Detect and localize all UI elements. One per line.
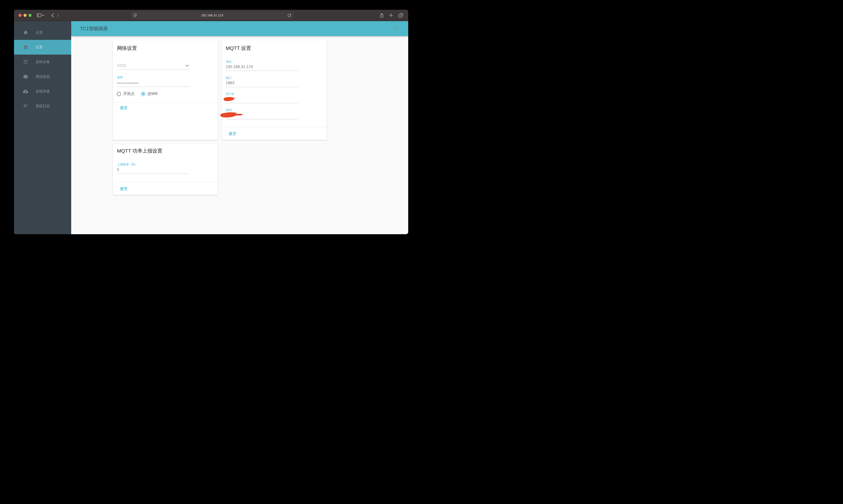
ssid-select[interactable] bbox=[117, 64, 190, 70]
mqtt-power-report-card: MQTT 功率上报设置 上报频率（秒） 提交 bbox=[113, 144, 218, 195]
card-title: 网络设置 bbox=[117, 45, 137, 52]
sidebar-item-home[interactable]: 主页 bbox=[14, 25, 71, 40]
wifi-mode-radio-group: 开热点 连Wifi bbox=[117, 91, 158, 96]
sidebar-menu-chevron-icon[interactable] bbox=[42, 15, 44, 16]
card-title: MQTT 设置 bbox=[226, 45, 251, 52]
sidebar-item-label: 系统日志 bbox=[36, 104, 50, 108]
mqtt-settings-card: MQTT 设置 地址 端口 用户名 密码 bbox=[222, 40, 327, 140]
browser-window: 192.168.31.123 bbox=[14, 10, 408, 234]
url-text: 192.168.31.123 bbox=[137, 14, 287, 17]
toolbar-right-icons bbox=[380, 10, 403, 21]
browser-toolbar: 192.168.31.123 bbox=[14, 10, 408, 21]
reload-icon[interactable] bbox=[287, 14, 291, 17]
radio-connect-wifi[interactable]: 连Wifi bbox=[141, 91, 158, 96]
toolbar-nav-group bbox=[37, 13, 59, 18]
chevron-down-icon[interactable] bbox=[185, 65, 189, 67]
tab-overview-icon[interactable] bbox=[398, 13, 403, 18]
traffic-lights bbox=[14, 14, 32, 17]
mqtt-username-input[interactable] bbox=[226, 97, 298, 103]
report-rate-input[interactable] bbox=[117, 167, 190, 174]
radio-circle-icon bbox=[141, 92, 145, 96]
new-tab-icon[interactable] bbox=[389, 13, 393, 17]
mqtt-port-input[interactable] bbox=[226, 81, 298, 87]
address-bar[interactable]: 192.168.31.123 bbox=[131, 12, 293, 19]
zoom-window-button[interactable] bbox=[29, 14, 32, 17]
log-lines-icon bbox=[23, 104, 28, 109]
power-submit-button[interactable]: 提交 bbox=[119, 186, 129, 192]
home-icon bbox=[23, 30, 28, 35]
sidebar-item-label: 在线升级 bbox=[36, 89, 50, 94]
sidebar-item-settings[interactable]: 设置 bbox=[14, 40, 71, 55]
minimize-window-button[interactable] bbox=[23, 14, 26, 17]
mqtt-username-field: 用户名 bbox=[226, 92, 298, 103]
sidebar-item-system-logs[interactable]: 系统日志 bbox=[14, 99, 71, 113]
sidebar-toggle-icon[interactable] bbox=[37, 13, 41, 17]
sidebar-item-label: 定时任务 bbox=[36, 60, 50, 64]
sidebar-item-online-upgrade[interactable]: 在线升级 bbox=[14, 84, 71, 99]
toolbar-separator bbox=[46, 13, 47, 18]
info-icon bbox=[23, 74, 28, 79]
network-submit-button[interactable]: 提交 bbox=[119, 105, 129, 111]
wifi-password-field: 密码 bbox=[117, 76, 190, 87]
page-settings-icon[interactable] bbox=[133, 13, 137, 17]
sidebar-item-timers[interactable]: 定时任务 bbox=[14, 55, 71, 69]
sidebar: 主页 设置 定时任务 bbox=[14, 21, 71, 234]
report-rate-field: 上报频率（秒） bbox=[117, 163, 190, 174]
wifi-password-input[interactable] bbox=[117, 80, 190, 87]
settings-gear-icon bbox=[23, 44, 28, 50]
alarm-clock-icon bbox=[23, 59, 28, 65]
translate-language-icon[interactable]: 文 A bbox=[392, 25, 401, 32]
app-main: 主页 设置 定时任务 bbox=[14, 21, 408, 234]
field-label: 密码 bbox=[226, 109, 298, 112]
forward-button[interactable] bbox=[56, 13, 59, 18]
field-label: 地址 bbox=[226, 60, 298, 64]
field-label: 上报频率（秒） bbox=[117, 163, 190, 166]
radio-circle-icon bbox=[117, 92, 121, 96]
mqtt-password-input[interactable] bbox=[226, 113, 298, 119]
cloud-download-icon bbox=[23, 89, 28, 94]
sidebar-item-system-status[interactable]: 系统状态 bbox=[14, 69, 71, 84]
page-title: TC1智能插座 bbox=[80, 25, 108, 32]
ssid-select-field bbox=[117, 64, 190, 70]
page-content: 网络设置 密码 bbox=[71, 36, 408, 234]
field-label: 端口 bbox=[226, 76, 298, 79]
content-column: TC1智能插座 文 A 网络设置 bbox=[71, 21, 408, 234]
mqtt-submit-button[interactable]: 提交 bbox=[227, 131, 238, 137]
mqtt-address-input[interactable] bbox=[226, 65, 298, 71]
network-settings-card: 网络设置 密码 bbox=[113, 40, 218, 140]
close-window-button[interactable] bbox=[19, 14, 22, 17]
sidebar-item-label: 系统状态 bbox=[36, 74, 50, 79]
mqtt-password-field: 密码 bbox=[226, 109, 298, 119]
field-label: 密码 bbox=[117, 76, 190, 79]
sidebar-item-label: 主页 bbox=[36, 30, 43, 35]
radio-hotspot[interactable]: 开热点 bbox=[117, 91, 134, 96]
app-header: TC1智能插座 文 A bbox=[71, 21, 408, 36]
field-label: 用户名 bbox=[226, 92, 298, 96]
mqtt-port-field: 端口 bbox=[226, 76, 298, 87]
back-button[interactable] bbox=[51, 13, 54, 18]
mqtt-address-field: 地址 bbox=[226, 60, 298, 71]
sidebar-item-label: 设置 bbox=[36, 45, 43, 50]
card-divider bbox=[113, 102, 218, 103]
card-title: MQTT 功率上报设置 bbox=[117, 148, 162, 154]
share-icon[interactable] bbox=[380, 13, 384, 18]
